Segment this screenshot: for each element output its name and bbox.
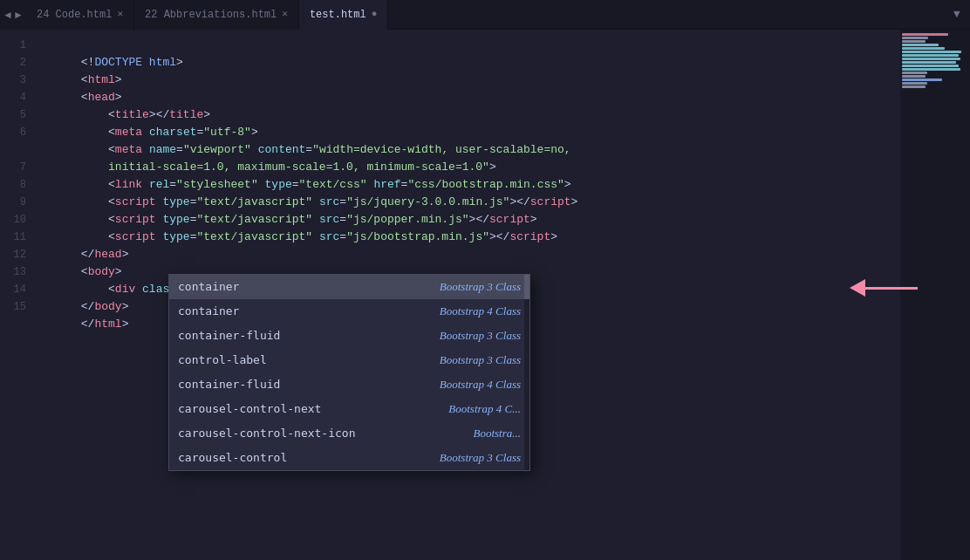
mm-line-12 bbox=[902, 72, 927, 74]
tab-bar: ◄► 24 Code.html ✕ 22 Abbreviations.html … bbox=[0, 0, 970, 30]
tab-test-html[interactable]: test.html ● bbox=[299, 0, 388, 30]
code-line-12: <body> bbox=[40, 246, 900, 263]
line-num-10: 10 bbox=[0, 211, 26, 229]
ac-meta-1: Bootstrap 4 Class bbox=[239, 303, 521, 320]
mm-line-13 bbox=[902, 75, 926, 78]
mm-line-3 bbox=[902, 40, 926, 43]
ac-meta-2: Bootstrap 3 Class bbox=[280, 327, 521, 345]
line-num-9: 9 bbox=[0, 194, 26, 211]
tab-overflow-button[interactable]: ▼ bbox=[944, 0, 970, 30]
line-num-11: 11 bbox=[0, 229, 26, 246]
mm-line-16 bbox=[902, 85, 926, 88]
mm-line-6 bbox=[902, 51, 961, 53]
ac-name-0: container bbox=[178, 278, 239, 296]
ac-name-1: container bbox=[178, 303, 239, 320]
ac-item-4[interactable]: container-fluid Bootstrap 4 Class bbox=[169, 372, 529, 397]
nav-back-button[interactable]: ◄► bbox=[0, 0, 26, 30]
autocomplete-dropdown[interactable]: container Bootstrap 3 Class container Bo… bbox=[168, 274, 530, 471]
mm-line-10 bbox=[902, 65, 959, 67]
line-num-6: 6 bbox=[0, 124, 26, 141]
line-num-6b bbox=[0, 141, 26, 159]
line-num-13: 13 bbox=[0, 263, 26, 281]
mm-line-7 bbox=[902, 54, 959, 57]
ac-meta-6: Bootstra... bbox=[356, 425, 522, 442]
editor-area: 1 2 3 4 5 6 7 8 9 10 11 12 13 14 15 <!DO… bbox=[0, 30, 970, 560]
line-num-7: 7 bbox=[0, 159, 26, 176]
ac-meta-5: Bootstrap 4 C... bbox=[321, 400, 521, 418]
ac-item-6[interactable]: carousel-control-next-icon Bootstra... bbox=[169, 421, 529, 446]
ac-scrollbar[interactable] bbox=[524, 275, 529, 470]
line-num-2: 2 bbox=[0, 54, 26, 72]
line-num-15: 15 bbox=[0, 298, 26, 316]
tab-22-abbrev[interactable]: 22 Abbreviations.html ✕ bbox=[134, 0, 299, 30]
mm-line-5 bbox=[902, 47, 945, 50]
line-num-14: 14 bbox=[0, 281, 26, 298]
line-num-5: 5 bbox=[0, 106, 26, 124]
mm-line-1 bbox=[902, 33, 948, 36]
close-icon[interactable]: ✕ bbox=[282, 10, 288, 19]
arrow-head-icon bbox=[850, 279, 865, 297]
line-num-8: 8 bbox=[0, 176, 26, 194]
close-icon[interactable]: ● bbox=[372, 10, 378, 19]
ac-name-4: container-fluid bbox=[178, 376, 280, 393]
ac-name-5: carousel-control-next bbox=[178, 400, 321, 418]
code-line-1: <!DOCTYPE html> bbox=[40, 37, 900, 54]
arrow-shaft bbox=[865, 287, 918, 290]
close-icon[interactable]: ✕ bbox=[117, 10, 123, 19]
line-num-12: 12 bbox=[0, 246, 26, 263]
ac-item-2[interactable]: container-fluid Bootstrap 3 Class bbox=[169, 324, 529, 348]
code-editor[interactable]: <!DOCTYPE html> <html> <head> <title></t… bbox=[33, 30, 900, 560]
mm-line-2 bbox=[902, 37, 928, 39]
ac-item-0[interactable]: container Bootstrap 3 Class bbox=[169, 275, 529, 299]
mm-line-14 bbox=[902, 79, 942, 81]
tab-label: 24 Code.html bbox=[37, 9, 112, 21]
ac-meta-0: Bootstrap 3 Class bbox=[239, 278, 521, 296]
ac-meta-7: Bootstrap 3 Class bbox=[287, 449, 521, 467]
line-num-3: 3 bbox=[0, 72, 26, 89]
ac-name-6: carousel-control-next-icon bbox=[178, 425, 356, 442]
mm-line-15 bbox=[902, 82, 927, 85]
tab-24-code[interactable]: 24 Code.html ✕ bbox=[26, 0, 134, 30]
ac-meta-3: Bootstrap 3 Class bbox=[267, 352, 521, 369]
ac-scrollthumb bbox=[524, 275, 529, 299]
line-numbers: 1 2 3 4 5 6 7 8 9 10 11 12 13 14 15 bbox=[0, 30, 33, 560]
arrow-annotation bbox=[850, 279, 918, 297]
line-num-1: 1 bbox=[0, 37, 26, 54]
ac-name-7: carousel-control bbox=[178, 449, 287, 467]
ac-item-3[interactable]: control-label Bootstrap 3 Class bbox=[169, 348, 529, 372]
code-line-4: <title></title> bbox=[40, 89, 900, 106]
code-line-3: <head> bbox=[40, 72, 900, 89]
mm-line-4 bbox=[902, 44, 939, 46]
tab-label: 22 Abbreviations.html bbox=[145, 9, 277, 21]
ac-item-1[interactable]: container Bootstrap 4 Class bbox=[169, 299, 529, 324]
ac-name-2: container-fluid bbox=[178, 327, 280, 345]
ac-item-5[interactable]: carousel-control-next Bootstrap 4 C... bbox=[169, 397, 529, 421]
ac-meta-4: Bootstrap 4 Class bbox=[280, 376, 521, 393]
mm-line-8 bbox=[902, 58, 960, 60]
ac-name-3: control-label bbox=[178, 352, 267, 369]
line-num-4: 4 bbox=[0, 89, 26, 106]
mm-line-11 bbox=[902, 68, 960, 71]
tab-label: test.html bbox=[310, 9, 366, 21]
mm-line-9 bbox=[902, 61, 956, 64]
ac-item-7[interactable]: carousel-control Bootstrap 3 Class bbox=[169, 446, 529, 470]
